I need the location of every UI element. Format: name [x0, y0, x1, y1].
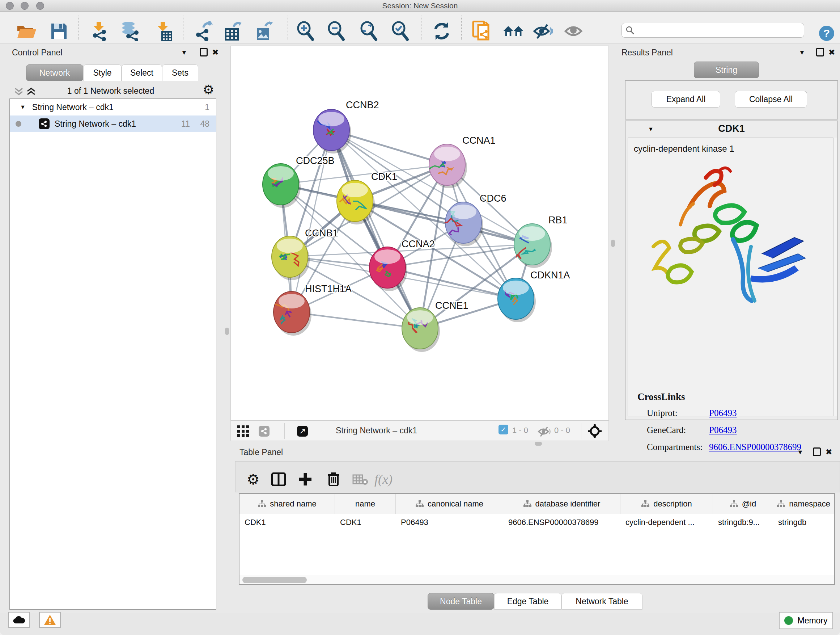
table-cell[interactable]: P06493 [396, 514, 503, 531]
zoom-in-button[interactable] [295, 21, 316, 42]
network-node-count: 11 [181, 119, 190, 129]
network-canvas-svg[interactable]: CCNB2CCNA1CDC25BCDK1CDC6RB1CCNB1CCNA2CDK… [231, 46, 608, 420]
create-column-button[interactable] [295, 469, 316, 489]
left-splitter-handle[interactable] [225, 328, 229, 335]
birds-eye-view-button[interactable]: ↗ [294, 423, 310, 439]
help-button[interactable]: ? [819, 26, 834, 41]
delete-table-button[interactable] [350, 469, 370, 489]
column-header-canonical-name[interactable]: canonical name [396, 494, 503, 514]
panel-float-icon[interactable] [816, 48, 824, 57]
node-gloss [450, 204, 477, 219]
tab-edge-table[interactable]: Edge Table [494, 593, 561, 610]
network-node-cdk1[interactable]: CDK1 [337, 171, 397, 225]
delete-column-button[interactable] [324, 469, 344, 489]
selected-indicator-checkbox[interactable]: ✓ [499, 424, 508, 434]
crosslink-link[interactable]: P06493 [709, 408, 737, 418]
crosslink-link[interactable]: P06493 [709, 425, 737, 435]
panel-close-icon[interactable]: ✖ [829, 49, 835, 57]
network-node-cdc6[interactable]: CDC6 [445, 193, 507, 246]
table-cell[interactable]: 9606.ENSP00000378699 [503, 514, 621, 531]
network-node-cdkn1a[interactable]: CDKN1A [498, 270, 570, 322]
refresh-view-button[interactable] [431, 21, 452, 42]
toggle-graphics-details-button[interactable] [503, 21, 524, 42]
network-edge[interactable] [332, 130, 420, 328]
table-cell[interactable]: CDK1 [240, 514, 335, 531]
column-header--id[interactable]: @id [713, 494, 773, 514]
tab-network-table[interactable]: Network Table [561, 593, 643, 610]
tab-sets[interactable]: Sets [162, 65, 198, 81]
node-label: CCNE1 [435, 300, 469, 311]
search-input[interactable] [635, 26, 794, 35]
column-header-database-identifier[interactable]: database identifier [503, 494, 621, 514]
search-field[interactable] [622, 23, 804, 38]
table-cell[interactable]: stringdb [773, 514, 834, 531]
import-network-file-button[interactable] [88, 21, 110, 42]
panel-close-icon[interactable]: ✖ [826, 448, 832, 456]
expand-all-button[interactable]: Expand All [652, 91, 720, 108]
network-edge[interactable] [355, 201, 532, 244]
network-node-hist1h1a[interactable]: HIST1H1A [273, 283, 352, 336]
memory-button[interactable]: Memory [779, 612, 833, 629]
tab-node-table[interactable]: Node Table [428, 593, 494, 610]
panel-float-icon[interactable] [200, 48, 208, 57]
network-row[interactable]: String Network – cdk1 11 48 [10, 116, 216, 132]
hide-selected-button[interactable] [532, 21, 554, 42]
network-options-gear-icon[interactable]: ⚙ [202, 83, 214, 96]
export-network-button[interactable] [193, 21, 214, 42]
network-edge-count: 48 [200, 119, 210, 129]
network-node-cdc25b[interactable]: CDC25B [263, 155, 335, 208]
export-image-button[interactable] [253, 21, 274, 42]
panel-dropdown-icon[interactable]: ▼ [181, 49, 187, 56]
tab-select[interactable]: Select [122, 65, 162, 81]
panel-dropdown-icon[interactable]: ▼ [797, 449, 804, 455]
network-collection-row[interactable]: ▼ String Network – cdk1 1 [10, 99, 216, 116]
right-splitter-handle[interactable] [611, 240, 615, 247]
network-view-share-button[interactable] [256, 423, 272, 439]
node-gloss [342, 183, 368, 197]
network-canvas[interactable]: CCNB2CCNA1CDC25BCDK1CDC6RB1CCNB1CCNA2CDK… [231, 46, 609, 421]
table-options-gear-icon[interactable]: ⚙ [243, 469, 264, 489]
grid-view-button[interactable] [235, 423, 251, 439]
scrollbar-thumb[interactable] [242, 577, 307, 583]
export-table-button[interactable] [222, 21, 243, 42]
tab-style[interactable]: Style [83, 65, 122, 81]
column-header-namespace[interactable]: namespace [773, 494, 834, 514]
tab-network[interactable]: Network [26, 65, 83, 81]
table-cell[interactable]: CDK1 [335, 514, 396, 531]
column-header-description[interactable]: description [621, 494, 713, 514]
fit-selected-button[interactable] [587, 423, 603, 439]
table-row[interactable]: CDK1CDK1P064939606.ENSP00000378699cyclin… [240, 514, 834, 531]
table-cell[interactable]: stringdb:9... [713, 514, 773, 531]
column-header-name[interactable]: name [335, 494, 396, 514]
panel-close-icon[interactable]: ✖ [212, 49, 218, 57]
zoom-out-button[interactable] [325, 21, 347, 42]
zoom-fit-button[interactable] [358, 21, 379, 42]
network-node-ccnb2[interactable]: CCNB2 [313, 100, 379, 154]
show-columns-button[interactable] [268, 469, 289, 489]
collapse-all-button[interactable]: Collapse All [735, 91, 807, 108]
show-all-button[interactable] [564, 21, 584, 42]
table-horizontal-scrollbar [240, 575, 834, 584]
function-builder-button[interactable]: f(x) [373, 469, 393, 489]
protein-structure-image [643, 163, 809, 319]
results-scrollbar[interactable] [834, 138, 837, 416]
network-node-ccna1[interactable]: CCNA1 [429, 135, 496, 188]
collection-expand-icon[interactable]: ▼ [20, 104, 26, 111]
new-network-from-selection-button[interactable] [471, 21, 493, 42]
cloud-status-button[interactable] [8, 612, 30, 628]
node-label: HIST1H1A [305, 283, 352, 295]
network-node-ccne1[interactable]: CCNE1 [402, 300, 469, 352]
import-network-database-button[interactable] [120, 21, 141, 42]
save-session-button[interactable] [49, 21, 69, 42]
column-header-shared-name[interactable]: shared name [240, 494, 335, 514]
warning-status-button[interactable] [39, 612, 61, 628]
panel-dropdown-icon[interactable]: ▼ [799, 49, 805, 56]
network-node-rb1[interactable]: RB1 [514, 215, 568, 268]
tab-string[interactable]: String [694, 62, 759, 78]
zoom-selected-button[interactable] [390, 21, 411, 42]
table-cell[interactable]: cyclin-dependent ... [621, 514, 713, 531]
open-session-button[interactable] [16, 21, 37, 42]
import-table-file-button[interactable] [153, 21, 174, 42]
network-node-ccnb1[interactable]: CCNB1 [272, 228, 338, 280]
panel-float-icon[interactable] [813, 448, 821, 456]
